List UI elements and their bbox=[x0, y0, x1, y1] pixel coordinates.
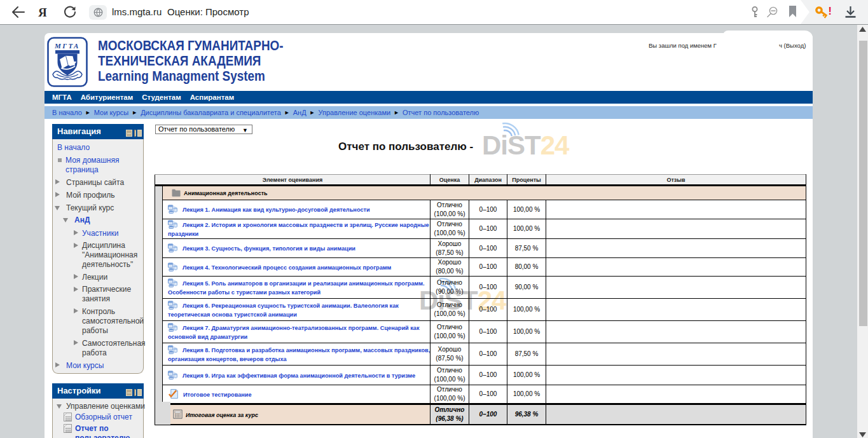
svg-text:МГТА: МГТА bbox=[54, 42, 80, 50]
svg-text:!: ! bbox=[829, 6, 832, 17]
